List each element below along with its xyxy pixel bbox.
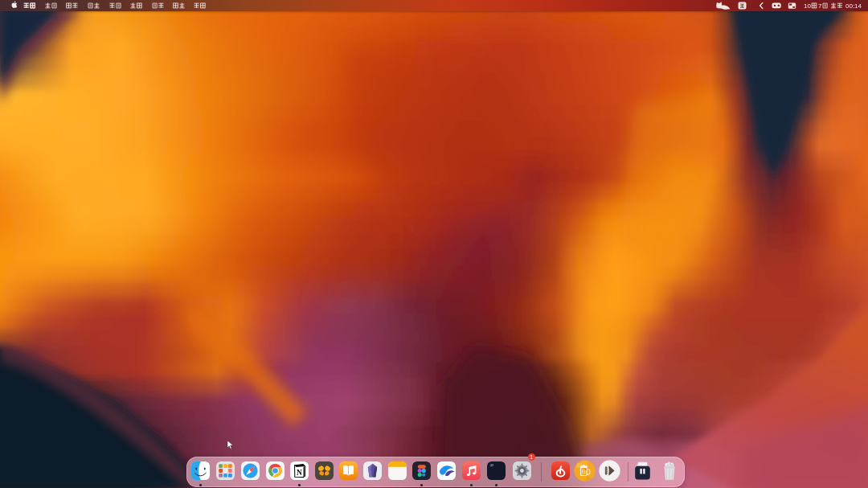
svg-text:00:14: 00:14	[845, 2, 862, 10]
svg-text:1?: 1?	[490, 464, 493, 467]
svg-text:N: N	[297, 469, 302, 477]
svg-text:7: 7	[818, 2, 822, 10]
svg-text:10: 10	[804, 2, 811, 10]
